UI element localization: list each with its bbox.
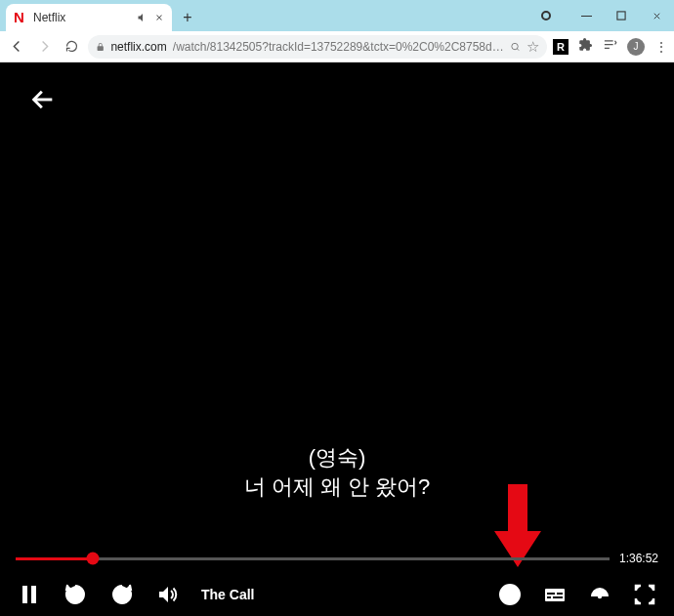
maximize-button[interactable] <box>604 4 639 27</box>
svg-rect-4 <box>31 586 36 603</box>
url-host: netflix.com <box>110 40 166 54</box>
browser-tab[interactable]: N Netflix <box>6 4 172 31</box>
video-player[interactable]: (영숙) 너 어제 왜 안 왔어? 1:36:52 10 10 The Call <box>0 62 674 616</box>
tab-close-icon[interactable] <box>154 13 164 22</box>
player-controls: 10 10 The Call <box>0 573 674 616</box>
minimize-button[interactable] <box>569 4 604 27</box>
svg-rect-9 <box>557 593 563 595</box>
url-input[interactable]: netflix.com /watch/81342505?trackId=1375… <box>88 35 547 59</box>
svg-rect-11 <box>553 596 563 598</box>
extensions-puzzle-icon[interactable] <box>578 37 593 56</box>
extension-r-icon[interactable]: R <box>553 39 569 55</box>
progress-played <box>16 557 93 560</box>
tab-title: Netflix <box>33 11 131 24</box>
nav-back-button[interactable] <box>6 36 27 58</box>
kebab-menu-icon[interactable]: ⋮ <box>654 39 668 55</box>
reading-list-icon[interactable] <box>603 37 617 56</box>
svg-rect-7 <box>545 589 565 601</box>
svg-rect-0 <box>581 16 592 17</box>
subtitle-line-1: (영숙) <box>0 443 674 472</box>
svg-point-12 <box>599 595 601 597</box>
svg-rect-1 <box>617 12 625 20</box>
svg-rect-8 <box>547 593 555 595</box>
subtitles-button[interactable] <box>543 583 567 606</box>
window-controls <box>541 4 674 27</box>
video-title: The Call <box>201 587 254 602</box>
subtitle-line-2: 너 어제 왜 안 왔어? <box>0 472 674 502</box>
star-icon[interactable]: ☆ <box>527 38 539 56</box>
svg-point-6 <box>509 599 511 601</box>
playback-speed-button[interactable] <box>588 583 611 606</box>
media-indicator-icon[interactable] <box>541 11 551 21</box>
player-back-button[interactable] <box>29 86 57 117</box>
close-window-button[interactable] <box>639 4 674 27</box>
pause-button[interactable] <box>18 583 41 606</box>
new-tab-button[interactable]: + <box>178 8 197 27</box>
address-bar: netflix.com /watch/81342505?trackId=1375… <box>0 31 674 62</box>
skip-forward-10-button[interactable]: 10 <box>109 582 135 607</box>
tab-mute-icon[interactable] <box>137 12 148 23</box>
svg-point-2 <box>512 43 518 49</box>
svg-rect-10 <box>547 596 551 598</box>
search-in-page-icon[interactable] <box>510 40 521 54</box>
help-button[interactable] <box>498 583 522 606</box>
subtitle-overlay: (영숙) 너 어제 왜 안 왔어? <box>0 443 674 501</box>
skip-back-10-button[interactable]: 10 <box>63 582 88 607</box>
time-remaining: 1:36:52 <box>619 552 658 565</box>
reload-button[interactable] <box>61 36 82 58</box>
profile-avatar[interactable]: J <box>627 38 645 56</box>
progress-knob[interactable] <box>87 553 100 565</box>
netflix-favicon-icon: N <box>14 11 27 24</box>
fullscreen-button[interactable] <box>633 583 656 606</box>
window-titlebar: N Netflix + <box>0 0 674 31</box>
svg-rect-3 <box>22 586 27 603</box>
nav-forward-button[interactable] <box>33 36 55 58</box>
volume-button[interactable] <box>156 583 180 606</box>
progress-bar[interactable]: 1:36:52 <box>16 552 658 565</box>
lock-icon <box>96 41 105 53</box>
url-path: /watch/81342505?trackId=13752289&tctx=0%… <box>173 40 504 54</box>
